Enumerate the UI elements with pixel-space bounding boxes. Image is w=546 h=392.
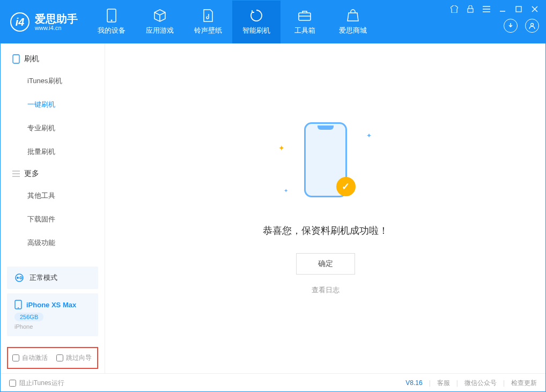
sidebar-item-other-tools[interactable]: 其他工具: [1, 184, 105, 208]
minimize-icon[interactable]: [498, 5, 507, 13]
sidebar-item-firmware[interactable]: 下载固件: [1, 208, 105, 231]
highlighted-options: 自动激活 跳过向导: [7, 347, 98, 369]
main-content: ✦ ✦ ✦ ✓ 恭喜您，保资料刷机成功啦！ 确定 查看日志: [105, 43, 545, 373]
success-message: 恭喜您，保资料刷机成功啦！: [263, 224, 388, 237]
sync-icon: [14, 273, 24, 283]
support-link[interactable]: 客服: [437, 379, 450, 388]
status-bar: 阻止iTunes运行 V8.16 | 客服 | 微信公众号 | 检查更新: [1, 373, 545, 392]
tab-ringtones[interactable]: 铃声壁纸: [184, 1, 232, 43]
user-icon[interactable]: [525, 19, 539, 33]
sparkle-icon: ✦: [366, 132, 371, 136]
sidebar-section-flash: 刷机: [1, 49, 105, 69]
device-icon: [105, 9, 119, 23]
checkbox-skip-guide[interactable]: 跳过向导: [56, 353, 92, 363]
device-type: iPhone: [14, 323, 91, 330]
close-icon[interactable]: [530, 5, 539, 13]
main-tabs: 我的设备 应用游戏 铃声壁纸 智能刷机 工具箱 爱思商城: [87, 1, 444, 43]
music-file-icon: [201, 9, 215, 23]
device-small-icon: [14, 300, 22, 309]
ok-button[interactable]: 确定: [296, 253, 355, 275]
sparkle-icon: ✦: [284, 188, 288, 192]
svg-point-1: [111, 20, 113, 21]
sidebar-item-batch-flash[interactable]: 批量刷机: [1, 140, 105, 164]
sidebar-item-itunes-flash[interactable]: iTunes刷机: [1, 69, 105, 93]
device-capacity: 256GB: [14, 313, 43, 321]
list-icon: [12, 171, 20, 177]
svg-point-11: [18, 307, 19, 308]
toolbox-icon: [298, 9, 312, 23]
success-illustration: ✦ ✦ ✦ ✓: [293, 122, 358, 208]
window-controls: [444, 1, 545, 43]
mode-label: 正常模式: [29, 273, 57, 283]
tab-my-device[interactable]: 我的设备: [87, 1, 136, 43]
bag-icon: [346, 9, 360, 23]
sidebar: 刷机 iTunes刷机 一键刷机 专业刷机 批量刷机 更多 其他工具 下载固件 …: [1, 43, 105, 373]
check-update-link[interactable]: 检查更新: [511, 379, 537, 388]
logo-area: i4 爱思助手 www.i4.cn: [1, 1, 87, 43]
phone-small-icon: [12, 54, 20, 64]
checkmark-badge-icon: ✓: [336, 177, 356, 196]
tab-store[interactable]: 爱思商城: [329, 1, 377, 43]
svg-point-9: [20, 277, 22, 279]
sparkle-icon: ✦: [278, 144, 283, 148]
svg-point-5: [531, 24, 534, 26]
app-header: i4 爱思助手 www.i4.cn 我的设备 应用游戏 铃声壁纸 智能刷机 工具…: [1, 1, 545, 43]
device-name: iPhone XS Max: [26, 301, 76, 309]
sidebar-section-more: 更多: [1, 164, 105, 184]
maximize-icon[interactable]: [514, 5, 523, 13]
sidebar-item-advanced[interactable]: 高级功能: [1, 231, 105, 255]
tab-smart-flash[interactable]: 智能刷机: [232, 1, 281, 43]
device-mode-box[interactable]: 正常模式: [7, 267, 98, 289]
app-url: www.i4.cn: [35, 25, 78, 31]
device-info-box[interactable]: iPhone XS Max 256GB iPhone: [7, 293, 98, 336]
svg-rect-3: [468, 9, 473, 12]
svg-rect-2: [299, 13, 311, 20]
refresh-shield-icon: [249, 9, 263, 23]
tab-toolbox[interactable]: 工具箱: [281, 1, 329, 43]
checkbox-auto-activate[interactable]: 自动激活: [12, 353, 48, 363]
lock-icon[interactable]: [466, 5, 475, 13]
version-label: V8.16: [405, 379, 422, 387]
download-icon[interactable]: [504, 19, 518, 33]
svg-rect-4: [516, 6, 521, 12]
tab-apps[interactable]: 应用游戏: [136, 1, 184, 43]
logo-icon: i4: [10, 12, 29, 32]
sidebar-item-oneclick-flash[interactable]: 一键刷机: [1, 93, 105, 116]
sidebar-item-pro-flash[interactable]: 专业刷机: [1, 116, 105, 140]
svg-rect-6: [13, 55, 19, 63]
svg-point-8: [17, 277, 19, 279]
view-log-link[interactable]: 查看日志: [312, 285, 340, 295]
skin-icon[interactable]: [450, 5, 459, 13]
cube-icon: [153, 9, 167, 23]
menu-icon[interactable]: [482, 5, 491, 13]
app-name: 爱思助手: [35, 13, 78, 25]
checkbox-block-itunes[interactable]: 阻止iTunes运行: [9, 379, 64, 388]
wechat-link[interactable]: 微信公众号: [464, 379, 497, 388]
